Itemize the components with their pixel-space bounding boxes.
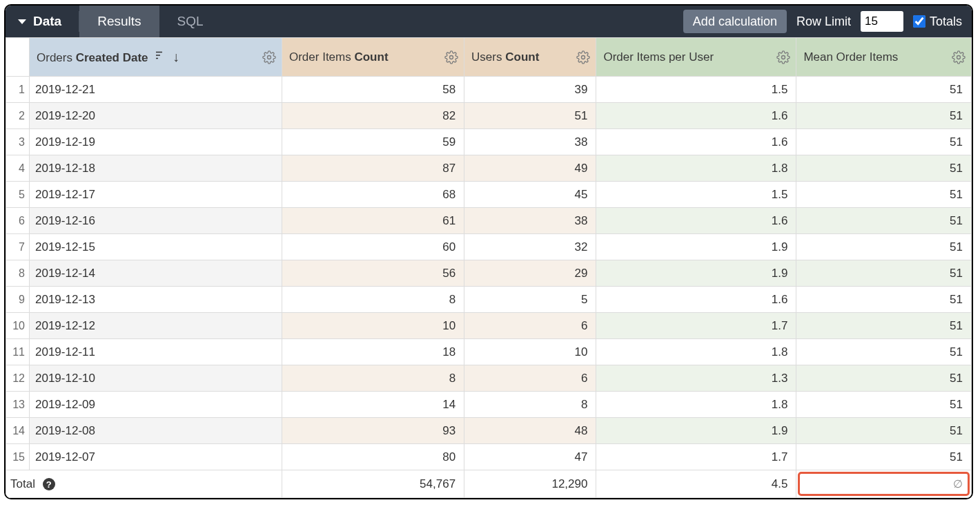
- date-cell[interactable]: 2019-12-12: [30, 313, 282, 339]
- date-cell[interactable]: 2019-12-17: [30, 182, 282, 208]
- gear-icon[interactable]: [776, 50, 790, 64]
- items-cell[interactable]: 61: [282, 208, 464, 234]
- users-cell[interactable]: 6: [464, 365, 596, 392]
- date-cell[interactable]: 2019-12-08: [30, 418, 282, 444]
- users-cell[interactable]: 48: [464, 418, 596, 444]
- items-cell[interactable]: 93: [282, 418, 464, 444]
- users-cell[interactable]: 29: [464, 260, 596, 287]
- mean-cell[interactable]: 51: [796, 260, 972, 287]
- mean-cell[interactable]: 51: [796, 155, 972, 182]
- items-cell[interactable]: 10: [282, 313, 464, 339]
- mean-cell[interactable]: 51: [796, 182, 972, 208]
- items-cell[interactable]: 80: [282, 444, 464, 470]
- mean-cell[interactable]: 51: [796, 103, 972, 129]
- rownum-cell: 8: [6, 260, 30, 287]
- table-row: 152019-12-0780471.751: [6, 444, 972, 470]
- gear-icon[interactable]: [444, 50, 458, 64]
- items-cell[interactable]: 58: [282, 77, 464, 103]
- gear-icon[interactable]: [952, 50, 966, 64]
- mean-cell[interactable]: 51: [796, 418, 972, 444]
- mean-cell[interactable]: 51: [796, 208, 972, 234]
- mean-cell[interactable]: 51: [796, 234, 972, 260]
- date-cell[interactable]: 2019-12-10: [30, 365, 282, 392]
- per-user-cell[interactable]: 1.7: [596, 444, 796, 470]
- header-created-date[interactable]: Orders Created Date ↓: [30, 38, 282, 77]
- gear-icon[interactable]: [576, 50, 590, 64]
- mean-cell[interactable]: 51: [796, 287, 972, 313]
- per-user-cell[interactable]: 1.8: [596, 339, 796, 365]
- items-cell[interactable]: 68: [282, 182, 464, 208]
- date-cell[interactable]: 2019-12-15: [30, 234, 282, 260]
- per-user-cell[interactable]: 1.8: [596, 392, 796, 418]
- header-items-per-user[interactable]: Order Items per User: [596, 38, 796, 77]
- totals-checkbox[interactable]: [913, 15, 925, 28]
- rownum-cell: 2: [6, 103, 30, 129]
- date-cell[interactable]: 2019-12-21: [30, 77, 282, 103]
- users-cell[interactable]: 5: [464, 287, 596, 313]
- header-users-count[interactable]: Users Count: [464, 38, 596, 77]
- date-cell[interactable]: 2019-12-13: [30, 287, 282, 313]
- date-cell[interactable]: 2019-12-07: [30, 444, 282, 470]
- items-cell[interactable]: 60: [282, 234, 464, 260]
- per-user-cell[interactable]: 1.8: [596, 155, 796, 182]
- per-user-cell[interactable]: 1.6: [596, 103, 796, 129]
- date-cell[interactable]: 2019-12-19: [30, 129, 282, 155]
- items-cell[interactable]: 59: [282, 129, 464, 155]
- per-user-cell[interactable]: 1.7: [596, 313, 796, 339]
- date-cell[interactable]: 2019-12-14: [30, 260, 282, 287]
- users-cell[interactable]: 10: [464, 339, 596, 365]
- users-cell[interactable]: 51: [464, 103, 596, 129]
- tab-results[interactable]: Results: [79, 6, 159, 37]
- date-cell[interactable]: 2019-12-18: [30, 155, 282, 182]
- mean-cell[interactable]: 51: [796, 129, 972, 155]
- totals-toggle[interactable]: Totals: [913, 15, 962, 29]
- per-user-cell[interactable]: 1.6: [596, 129, 796, 155]
- items-cell[interactable]: 87: [282, 155, 464, 182]
- users-cell[interactable]: 6: [464, 313, 596, 339]
- rownum-cell: 13: [6, 392, 30, 418]
- per-user-cell[interactable]: 1.9: [596, 418, 796, 444]
- mean-cell[interactable]: 51: [796, 339, 972, 365]
- tab-data[interactable]: Data: [6, 6, 79, 37]
- users-cell[interactable]: 32: [464, 234, 596, 260]
- items-cell[interactable]: 8: [282, 365, 464, 392]
- mean-cell[interactable]: 51: [796, 365, 972, 392]
- header-mean-order-items[interactable]: Mean Order Items: [796, 38, 972, 77]
- tab-sql[interactable]: SQL: [159, 6, 222, 37]
- per-user-cell[interactable]: 1.9: [596, 234, 796, 260]
- arrow-down-icon: ↓: [173, 49, 179, 64]
- date-cell[interactable]: 2019-12-16: [30, 208, 282, 234]
- per-user-cell[interactable]: 1.5: [596, 77, 796, 103]
- date-cell[interactable]: 2019-12-11: [30, 339, 282, 365]
- mean-cell[interactable]: 51: [796, 77, 972, 103]
- per-user-cell[interactable]: 1.3: [596, 365, 796, 392]
- table-row: 132019-12-091481.851: [6, 392, 972, 418]
- header-order-items-count[interactable]: Order Items Count: [282, 38, 464, 77]
- add-calculation-button[interactable]: Add calculation: [683, 10, 787, 33]
- items-cell[interactable]: 14: [282, 392, 464, 418]
- per-user-cell[interactable]: 1.9: [596, 260, 796, 287]
- help-icon[interactable]: ?: [43, 478, 55, 490]
- users-cell[interactable]: 38: [464, 208, 596, 234]
- users-cell[interactable]: 38: [464, 129, 596, 155]
- mean-cell[interactable]: 51: [796, 313, 972, 339]
- date-cell[interactable]: 2019-12-20: [30, 103, 282, 129]
- items-cell[interactable]: 82: [282, 103, 464, 129]
- rownum-cell: 14: [6, 418, 30, 444]
- items-cell[interactable]: 8: [282, 287, 464, 313]
- users-cell[interactable]: 45: [464, 182, 596, 208]
- per-user-cell[interactable]: 1.6: [596, 208, 796, 234]
- row-limit-input[interactable]: [861, 11, 903, 32]
- users-cell[interactable]: 49: [464, 155, 596, 182]
- gear-icon[interactable]: [262, 50, 276, 64]
- per-user-cell[interactable]: 1.5: [596, 182, 796, 208]
- items-cell[interactable]: 56: [282, 260, 464, 287]
- users-cell[interactable]: 8: [464, 392, 596, 418]
- date-cell[interactable]: 2019-12-09: [30, 392, 282, 418]
- per-user-cell[interactable]: 1.6: [596, 287, 796, 313]
- mean-cell[interactable]: 51: [796, 392, 972, 418]
- items-cell[interactable]: 18: [282, 339, 464, 365]
- users-cell[interactable]: 39: [464, 77, 596, 103]
- mean-cell[interactable]: 51: [796, 444, 972, 470]
- users-cell[interactable]: 47: [464, 444, 596, 470]
